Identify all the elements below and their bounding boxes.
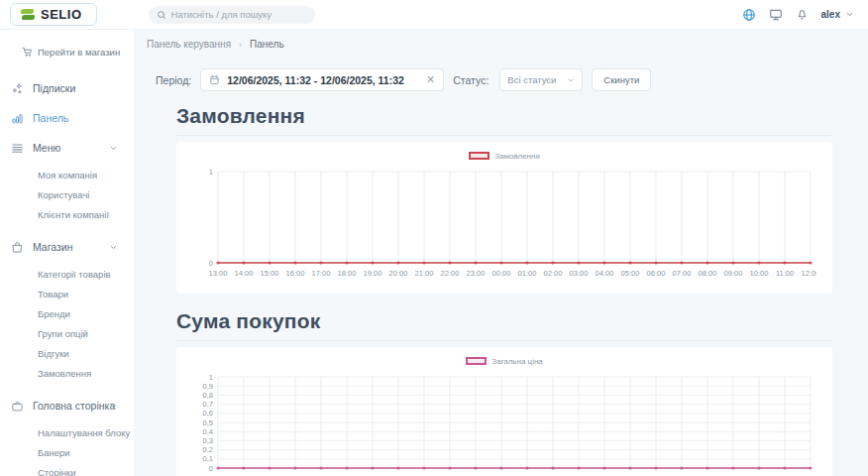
sidebar-item-dashboard[interactable]: Панель xyxy=(0,103,134,133)
sidebar-item-homepage[interactable]: Головна сторінка xyxy=(0,391,134,420)
sidebar-subitem[interactable]: Товари xyxy=(0,284,134,303)
purchase-sum-chart-plot: 10,90,80,70,60,50,40,30,20,1013:0014:001… xyxy=(192,369,816,476)
svg-text:1: 1 xyxy=(209,373,213,382)
purchase-sum-section: Сума покупок Загальна ціна 10,90,80,70,6… xyxy=(176,309,832,476)
sidebar-item-label: Перейти в магазин xyxy=(38,47,120,58)
selio-logo-icon xyxy=(21,8,35,22)
calendar-icon xyxy=(209,74,220,85)
bar-chart-icon xyxy=(11,112,24,125)
sidebar-subitem[interactable]: Замовлення xyxy=(0,363,134,383)
sidebar-subitem[interactable]: Групи опцій xyxy=(0,323,134,343)
chevron-down-icon xyxy=(109,243,118,252)
global-search[interactable] xyxy=(149,6,315,24)
sidebar-subitem[interactable]: Користувачі xyxy=(0,184,134,204)
sparkles-icon xyxy=(11,82,24,95)
svg-text:12:00: 12:00 xyxy=(802,269,816,278)
sidebar-subitem[interactable]: Відгуки xyxy=(0,343,134,363)
sidebar-subitem[interactable]: Сторінки xyxy=(0,462,134,476)
svg-text:08:00: 08:00 xyxy=(699,269,717,278)
orders-legend[interactable]: Замовлення xyxy=(192,149,816,163)
svg-text:1: 1 xyxy=(209,168,213,177)
svg-text:0,6: 0,6 xyxy=(203,409,213,417)
sidebar-item-subscriptions[interactable]: Підписки xyxy=(0,73,134,103)
status-value: Всі статуси xyxy=(507,74,556,85)
search-input[interactable] xyxy=(171,9,307,20)
clear-period-icon[interactable]: ✕ xyxy=(422,74,435,85)
sidebar-item-label: Магазин xyxy=(33,241,73,253)
svg-text:0: 0 xyxy=(209,259,213,268)
svg-text:0,7: 0,7 xyxy=(203,400,213,409)
orders-legend-label: Замовлення xyxy=(494,152,540,161)
breadcrumb: Панель керування › Панель xyxy=(147,39,832,50)
orders-chart-card: Замовлення 1013:0014:0015:0016:0017:0018… xyxy=(176,142,832,294)
svg-text:04:00: 04:00 xyxy=(596,269,614,278)
user-menu[interactable]: alex xyxy=(821,9,854,20)
top-header: SELIO alex xyxy=(0,0,868,30)
sidebar-item-label: Головна сторінка xyxy=(33,400,115,412)
svg-text:11:00: 11:00 xyxy=(776,269,794,278)
sidebar-item-menu[interactable]: Меню xyxy=(0,133,134,163)
bag-icon xyxy=(11,241,24,254)
svg-text:0,4: 0,4 xyxy=(203,427,213,436)
svg-text:20:00: 20:00 xyxy=(389,269,408,278)
chevron-down-icon xyxy=(567,76,575,84)
logo[interactable]: SELIO xyxy=(10,3,97,26)
sidebar: Перейти в магазин ПідпискиПанельМенюМоя … xyxy=(0,30,134,476)
sidebar-subitem[interactable]: Налаштування блоку xyxy=(0,422,134,442)
svg-text:16:00: 16:00 xyxy=(286,269,305,278)
breadcrumb-current: Панель xyxy=(250,39,284,50)
display-monitor-icon[interactable] xyxy=(769,8,783,22)
svg-text:05:00: 05:00 xyxy=(621,269,640,278)
status-select[interactable]: Всі статуси xyxy=(499,68,583,91)
sidebar-item-go-to-store[interactable]: Перейти в магазин xyxy=(0,47,134,58)
sidebar-subitems-menu: Моя компаніяКористувачіКлієнти компанії xyxy=(0,163,134,232)
svg-text:09:00: 09:00 xyxy=(724,269,743,278)
purchase-sum-legend-swatch xyxy=(466,357,487,365)
sidebar-subitem[interactable]: Бренди xyxy=(0,303,134,323)
reset-filters-button[interactable]: Скинути xyxy=(592,68,651,91)
sidebar-subitem[interactable]: Категорії товарів xyxy=(0,264,134,284)
period-date-range-input[interactable]: 12/06/2025, 11:32 - 12/06/2025, 11:32 ✕ xyxy=(200,68,444,91)
period-label: Період: xyxy=(156,74,191,86)
chevron-down-icon xyxy=(845,10,854,19)
svg-text:01:00: 01:00 xyxy=(518,269,537,278)
breadcrumb-separator-icon: › xyxy=(239,40,242,50)
svg-text:02:00: 02:00 xyxy=(544,269,563,278)
breadcrumb-dashboard-root[interactable]: Панель керування xyxy=(147,39,231,50)
orders-section-title: Замовлення xyxy=(176,104,832,136)
sidebar-subitem[interactable]: Клієнти компанії xyxy=(0,204,134,224)
purchase-sum-section-title: Сума покупок xyxy=(176,309,832,341)
user-name: alex xyxy=(821,9,840,20)
orders-legend-swatch xyxy=(469,152,489,160)
language-globe-icon[interactable] xyxy=(742,8,756,22)
svg-text:0,5: 0,5 xyxy=(203,418,213,427)
sidebar-subitem[interactable]: Банери xyxy=(0,442,134,462)
purchase-sum-legend-label: Загальна ціна xyxy=(491,357,543,366)
sidebar-subitem[interactable]: Моя компанія xyxy=(0,165,134,184)
cart-icon xyxy=(22,47,33,58)
chevron-down-icon xyxy=(109,402,118,411)
svg-text:0,8: 0,8 xyxy=(203,391,213,400)
sidebar-subitems-homepage: Налаштування блокуБанериСторінкиНовини/Б… xyxy=(0,420,134,476)
logo-text: SELIO xyxy=(41,7,82,22)
period-value: 12/06/2025, 11:32 - 12/06/2025, 11:32 xyxy=(227,74,415,86)
menu-icon xyxy=(11,142,24,155)
svg-text:21:00: 21:00 xyxy=(415,269,434,278)
svg-text:0,9: 0,9 xyxy=(203,382,213,391)
svg-text:19:00: 19:00 xyxy=(364,269,382,278)
svg-text:10:00: 10:00 xyxy=(750,269,769,278)
svg-text:00:00: 00:00 xyxy=(492,269,511,278)
svg-text:0,3: 0,3 xyxy=(203,436,213,445)
purchase-sum-legend[interactable]: Загальна ціна xyxy=(192,354,816,368)
orders-section: Замовлення Замовлення 1013:0014:0015:001… xyxy=(176,104,832,294)
sidebar-item-store[interactable]: Магазин xyxy=(0,232,134,262)
notifications-bell-icon[interactable] xyxy=(796,8,809,21)
svg-text:07:00: 07:00 xyxy=(673,269,692,278)
svg-text:22:00: 22:00 xyxy=(441,269,460,278)
svg-text:23:00: 23:00 xyxy=(467,269,486,278)
svg-text:15:00: 15:00 xyxy=(261,269,279,278)
svg-text:03:00: 03:00 xyxy=(570,269,589,278)
svg-text:17:00: 17:00 xyxy=(312,269,331,278)
svg-text:13:00: 13:00 xyxy=(209,269,228,278)
svg-text:18:00: 18:00 xyxy=(338,269,357,278)
